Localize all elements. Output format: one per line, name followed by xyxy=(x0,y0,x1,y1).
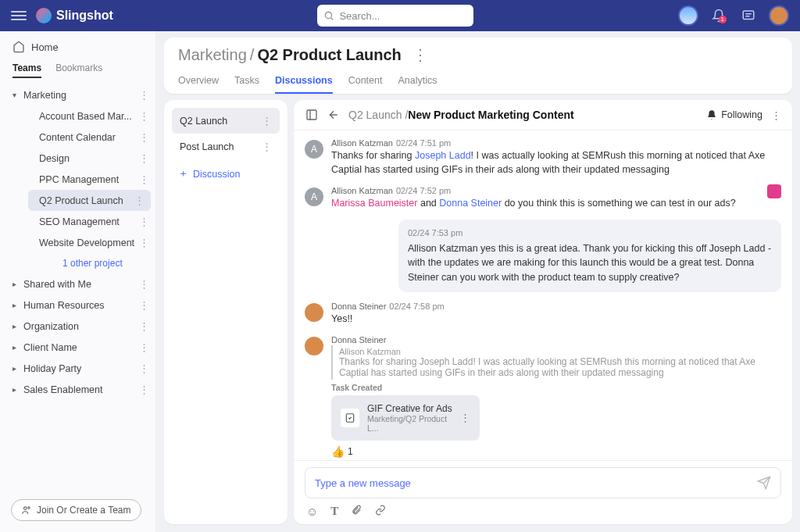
tree-item[interactable]: SEO Management⋮ xyxy=(23,211,155,232)
breadcrumb-parent[interactable]: Marketing xyxy=(178,46,247,64)
more-icon[interactable]: ⋮ xyxy=(138,384,149,395)
send-icon[interactable] xyxy=(757,476,771,490)
more-icon[interactable]: ⋮ xyxy=(138,320,149,332)
chevron-right-icon: ▸ xyxy=(12,301,23,309)
tree-item[interactable]: Website Development⋮ xyxy=(23,232,155,253)
search-icon xyxy=(323,10,334,21)
emoji-icon[interactable]: ☺ xyxy=(306,505,318,518)
more-icon[interactable]: ⋮ xyxy=(262,141,272,152)
reaction-badge-icon[interactable] xyxy=(767,184,781,198)
user-avatar[interactable] xyxy=(769,5,789,26)
home-link[interactable]: Home xyxy=(0,31,155,62)
assistant-avatar-icon[interactable] xyxy=(678,5,698,26)
more-icon[interactable]: ⋮ xyxy=(138,173,149,185)
composer-placeholder: Type a new message xyxy=(315,477,757,489)
collapse-panel-icon[interactable] xyxy=(305,108,319,122)
tree-root[interactable]: ▸Shared with Me⋮ xyxy=(0,273,155,295)
menu-toggle-icon[interactable] xyxy=(11,8,27,23)
svg-rect-7 xyxy=(307,110,316,120)
more-icon[interactable]: ⋮ xyxy=(138,216,149,227)
svg-point-6 xyxy=(28,507,30,509)
mention[interactable]: Joseph Ladd xyxy=(415,150,471,161)
home-label: Home xyxy=(31,41,59,53)
svg-point-0 xyxy=(326,12,332,18)
message-text: Yes!! xyxy=(331,312,781,326)
more-icon[interactable]: ⋮ xyxy=(460,412,470,423)
more-icon[interactable]: ⋮ xyxy=(138,131,149,143)
tree-marketing-label: Marketing xyxy=(23,90,138,101)
tree-marketing[interactable]: ▾ Marketing ⋮ xyxy=(0,84,155,105)
add-discussion-button[interactable]: ＋ Discussion xyxy=(172,159,280,188)
message-text: Marissa Baumeister and Donna Steiner do … xyxy=(331,196,781,210)
logo-mark-icon xyxy=(36,8,52,23)
tree-root[interactable]: ▸Client Name⋮ xyxy=(0,337,155,358)
tree-item[interactable]: Design⋮ xyxy=(23,148,155,169)
join-button-label: Join Or Create a Team xyxy=(37,505,131,516)
more-icon[interactable]: ⋮ xyxy=(262,115,272,127)
more-icon[interactable]: ⋮ xyxy=(138,299,149,311)
brand-logo[interactable]: Slingshot xyxy=(36,8,113,23)
avatar xyxy=(305,303,323,322)
search-placeholder: Search... xyxy=(339,10,380,22)
more-icon[interactable]: ⋮ xyxy=(138,89,149,101)
message-text: Thanks for sharing Joseph Ladd! I was ac… xyxy=(331,148,781,177)
back-arrow-icon[interactable] xyxy=(327,108,341,122)
mention[interactable]: Joseph Ladd xyxy=(709,243,766,254)
link-icon[interactable] xyxy=(374,505,387,518)
tree-root[interactable]: ▸Holiday Party⋮ xyxy=(0,358,155,379)
notifications-icon[interactable]: 1 xyxy=(709,6,728,25)
breadcrumb-more-icon[interactable]: ⋮ xyxy=(412,45,428,64)
more-icon[interactable]: ⋮ xyxy=(138,341,149,353)
message-input[interactable]: Type a new message xyxy=(305,467,781,498)
messages-icon[interactable] xyxy=(739,6,758,25)
discussion-list: Q2 Launch ⋮ Post Launch ⋮ ＋ Discussion xyxy=(164,100,288,524)
more-icon[interactable]: ⋮ xyxy=(138,362,149,374)
sidebar-tab-bookmarks[interactable]: Bookmarks xyxy=(55,62,102,78)
discussion-item[interactable]: Q2 Launch ⋮ xyxy=(172,108,280,134)
tab-discussions[interactable]: Discussions xyxy=(275,69,333,94)
text-format-icon[interactable]: T xyxy=(330,505,338,518)
attachment-icon[interactable] xyxy=(351,505,362,518)
tree-item[interactable]: Content Calendar⋮ xyxy=(23,127,155,148)
more-icon[interactable]: ⋮ xyxy=(138,237,149,248)
discussion-item[interactable]: Post Launch ⋮ xyxy=(172,134,280,159)
tab-tasks[interactable]: Tasks xyxy=(234,69,259,94)
more-icon[interactable]: ⋮ xyxy=(138,110,149,122)
mention[interactable]: Marissa Baumeister xyxy=(331,198,417,209)
follow-toggle[interactable]: Following xyxy=(706,109,762,120)
chevron-right-icon: ▸ xyxy=(12,280,23,288)
avatar xyxy=(305,337,323,355)
other-project-link[interactable]: 1 other project xyxy=(23,253,155,273)
mention[interactable]: Donna Steiner xyxy=(439,198,502,209)
breadcrumb: Marketing / Q2 Product Launch ⋮ xyxy=(178,45,778,64)
message: A Allison Katzman02/24 7:51 pm Thanks fo… xyxy=(305,138,781,177)
tab-content[interactable]: Content xyxy=(348,69,383,94)
tree-root[interactable]: ▸Sales Enablement⋮ xyxy=(0,379,155,400)
brand-name: Slingshot xyxy=(56,9,113,23)
chevron-down-icon: ▾ xyxy=(12,91,23,99)
notification-badge: 1 xyxy=(719,16,727,23)
more-icon[interactable]: ⋮ xyxy=(134,195,145,206)
tree-item[interactable]: Account Based Mar...⋮ xyxy=(23,105,155,127)
plus-icon: ＋ xyxy=(178,167,188,180)
more-icon[interactable]: ⋮ xyxy=(138,152,149,164)
mention[interactable]: Allison Katzman xyxy=(408,243,478,254)
thread-more-icon[interactable]: ⋮ xyxy=(770,109,781,121)
more-icon[interactable]: ⋮ xyxy=(138,278,149,290)
join-create-team-button[interactable]: Join Or Create a Team xyxy=(11,499,141,521)
tree-item-active[interactable]: Q2 Product Launch⋮ xyxy=(28,190,151,211)
thumbs-up-icon: 👍 xyxy=(331,445,345,458)
reactions[interactable]: 👍 1 xyxy=(331,445,781,458)
tab-overview[interactable]: Overview xyxy=(178,69,219,94)
sidebar-tab-teams[interactable]: Teams xyxy=(12,62,41,78)
task-card[interactable]: GIF Creative for Ads Marketing/Q2 Produc… xyxy=(331,395,480,441)
main-area: Marketing / Q2 Product Launch ⋮ Overview… xyxy=(156,31,800,532)
tree-root[interactable]: ▸Organization⋮ xyxy=(0,316,155,337)
chevron-right-icon: ▸ xyxy=(12,343,23,352)
message: Donna Steiner Allison Katzman Thanks for… xyxy=(305,335,781,458)
tree-item[interactable]: PPC Management⋮ xyxy=(23,169,155,190)
global-search[interactable]: Search... xyxy=(317,5,473,27)
quoted-message: Allison Katzman Thanks for sharing Josep… xyxy=(331,345,781,380)
tab-analytics[interactable]: Analytics xyxy=(398,69,437,94)
tree-root[interactable]: ▸Human Resources⋮ xyxy=(0,295,155,316)
